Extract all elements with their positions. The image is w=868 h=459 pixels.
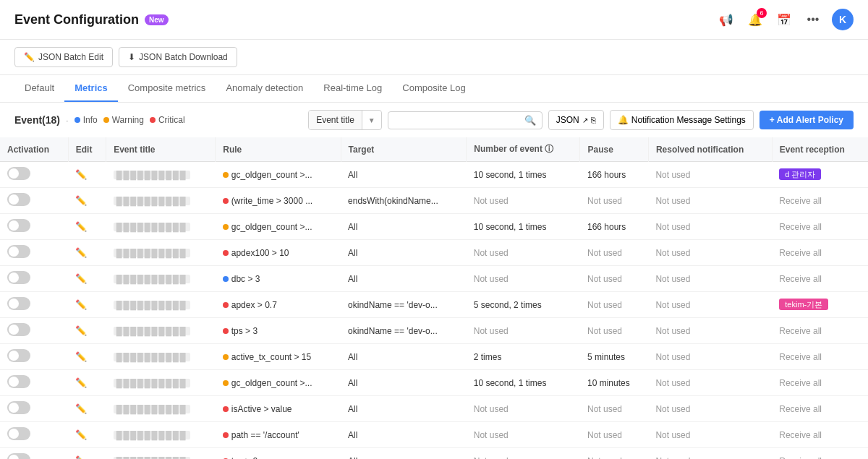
header-left: Event Configuration New: [14, 12, 169, 27]
event-title: ██████████: [114, 223, 190, 231]
edit-icon[interactable]: ✏️: [75, 455, 87, 459]
more-icon[interactable]: •••: [803, 9, 823, 30]
activation-toggle[interactable]: [7, 349, 30, 362]
activation-toggle[interactable]: [7, 401, 30, 414]
json-button-label: JSON: [556, 115, 579, 125]
reception-cell: Receive all: [772, 396, 868, 422]
target-cell: All: [341, 240, 467, 266]
json-button[interactable]: JSON ↗ ⎘: [548, 110, 604, 130]
edit-icon[interactable]: ✏️: [75, 247, 87, 258]
edit-icon[interactable]: ✏️: [75, 195, 87, 206]
tab-composite-log[interactable]: Composite Log: [392, 75, 475, 102]
target-cell: All: [341, 370, 467, 396]
target-cell: endsWith(okindName...: [341, 188, 467, 214]
col-target: Target: [341, 137, 467, 162]
bell-icon[interactable]: 🔔 6: [745, 9, 765, 30]
target-cell: All: [341, 396, 467, 422]
num-events-cell: 10 second, 1 times: [467, 214, 580, 240]
rule-dot: [223, 224, 229, 230]
reception-cell: Receive all: [772, 188, 868, 214]
activation-toggle[interactable]: [7, 297, 30, 310]
table-header-row: Activation Edit Event title Rule Target …: [0, 137, 868, 162]
edit-icon[interactable]: ✏️: [75, 377, 87, 388]
reception-tag: d 관리자: [779, 168, 821, 180]
rule-text: isActive > value: [231, 404, 292, 414]
table-row: ✏️██████████dbc > 3AllNot usedNot usedNo…: [0, 266, 868, 292]
reception-cell: tekim-기본: [772, 292, 868, 318]
edit-icon[interactable]: ✏️: [75, 273, 87, 284]
activation-toggle[interactable]: [7, 323, 30, 336]
reception-cell: Receive all: [772, 266, 868, 292]
add-alert-policy-button[interactable]: + Add Alert Policy: [760, 111, 854, 129]
target-cell: okindName == 'dev-o...: [341, 292, 467, 318]
num-events-cell: Not used: [467, 188, 580, 214]
warning-legend: Warning: [103, 115, 144, 125]
critical-legend: Critical: [150, 115, 185, 125]
activation-toggle[interactable]: [7, 271, 30, 284]
activation-toggle[interactable]: [7, 375, 30, 388]
activation-toggle[interactable]: [7, 245, 30, 258]
num-events-cell: Not used: [467, 240, 580, 266]
json-batch-edit-button[interactable]: ✏️ JSON Batch Edit: [14, 47, 113, 67]
col-reception: Event reception: [772, 137, 868, 162]
pause-cell: 166 hours: [580, 214, 648, 240]
tab-anomaly-detection[interactable]: Anomaly detection: [216, 75, 313, 102]
avatar[interactable]: K: [832, 9, 854, 30]
event-title: ██████████: [114, 431, 190, 439]
warning-label: Warning: [112, 115, 144, 125]
header-right: 📢 🔔 6 📅 ••• K: [716, 9, 854, 30]
num-events-cell: 10 second, 1 times: [467, 370, 580, 396]
resolved-cell: Not used: [648, 162, 772, 188]
resolved-cell: Not used: [648, 370, 772, 396]
rule-dot: [223, 198, 229, 204]
edit-icon[interactable]: ✏️: [75, 429, 87, 440]
edit-icon[interactable]: ✏️: [75, 351, 87, 362]
tab-composite-metrics[interactable]: Composite metrics: [118, 75, 216, 102]
target-cell: All: [341, 162, 467, 188]
critical-dot: [150, 117, 156, 123]
rule-text: apdex > 0.7: [231, 300, 277, 310]
num-events-cell: Not used: [467, 448, 580, 460]
info-dot: [75, 117, 80, 123]
activation-toggle[interactable]: [7, 219, 30, 232]
col-pause: Pause: [580, 137, 648, 162]
edit-icon[interactable]: ✏️: [75, 325, 87, 336]
activation-toggle[interactable]: [7, 167, 30, 180]
reception-cell: d 관리자: [772, 162, 868, 188]
activation-toggle[interactable]: [7, 193, 30, 206]
filter-left: Event(18) · Info Warning Critical: [14, 114, 185, 126]
resolved-cell: Not used: [648, 292, 772, 318]
col-num-events: Number of event ⓘ: [467, 137, 580, 162]
tab-realtime-log[interactable]: Real-time Log: [313, 75, 392, 102]
reception-cell: Receive all: [772, 448, 868, 460]
pause-cell: 5 minutes: [580, 344, 648, 370]
json-batch-download-button[interactable]: ⬇ JSON Batch Download: [119, 47, 237, 67]
rule-text: active_tx_count > 15: [231, 352, 311, 362]
target-cell: All: [341, 422, 467, 448]
rule-dot: [223, 250, 229, 256]
rule-dot: [223, 276, 229, 282]
rule-dot: [223, 354, 229, 360]
search-field-dropdown[interactable]: Event title ▼: [308, 110, 382, 130]
col-resolved: Resolved notification: [648, 137, 772, 162]
dropdown-chevron-icon: ▼: [362, 112, 381, 129]
tab-metrics[interactable]: Metrics: [64, 75, 118, 102]
megaphone-icon[interactable]: 📢: [716, 9, 736, 30]
edit-icon[interactable]: ✏️: [75, 221, 87, 232]
search-icon[interactable]: 🔍: [524, 115, 536, 126]
target-cell: All: [341, 266, 467, 292]
edit-icon[interactable]: ✏️: [75, 403, 87, 414]
new-badge: New: [145, 14, 169, 25]
table-row: ✏️██████████active_tx_count > 15All2 tim…: [0, 344, 868, 370]
table-row: ✏️██████████(write_time > 3000 ...endsWi…: [0, 188, 868, 214]
calendar-icon[interactable]: 📅: [774, 9, 794, 30]
edit-icon: ✏️: [24, 52, 35, 62]
activation-toggle[interactable]: [7, 427, 30, 440]
notification-message-settings-button[interactable]: 🔔 Notification Message Settings: [610, 110, 754, 130]
search-input[interactable]: [394, 115, 524, 125]
tab-default[interactable]: Default: [14, 75, 64, 102]
search-input-wrap: 🔍: [388, 111, 542, 129]
edit-icon[interactable]: ✏️: [75, 299, 87, 310]
activation-toggle[interactable]: [7, 453, 30, 459]
edit-icon[interactable]: ✏️: [75, 169, 87, 180]
